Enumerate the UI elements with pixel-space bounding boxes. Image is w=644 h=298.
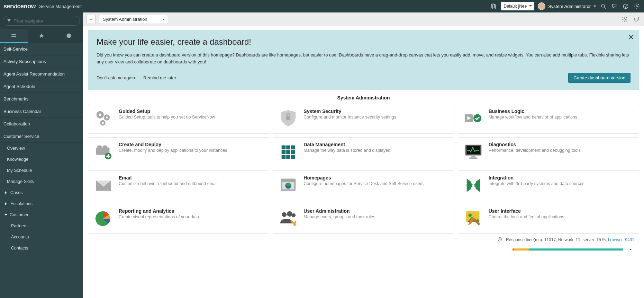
create-dashboard-button[interactable]: Create dashboard version: [568, 73, 631, 83]
card-desc: Guided Setup tools to help you set up Se…: [119, 115, 215, 120]
brand-logo: servicenow: [3, 3, 36, 10]
app-header: servicenow Service Management Default [N…: [0, 0, 644, 12]
banner-title: Make your life easier, create a dashboar…: [97, 37, 631, 47]
filter-navigator-input[interactable]: [13, 18, 76, 24]
update-set-icon[interactable]: [490, 2, 497, 10]
nav-item[interactable]: Business Calendar: [0, 105, 83, 118]
nav-item[interactable]: Customer Service: [0, 130, 83, 143]
card-title: User Administration: [303, 208, 375, 214]
admin-card[interactable]: Create and DeployCreate, modify and depl…: [88, 137, 269, 167]
svg-point-46: [287, 211, 292, 217]
admin-card[interactable]: Reporting and AnalyticsCreate visual rep…: [88, 204, 269, 234]
chat-icon[interactable]: [611, 2, 618, 10]
homepage-settings-icon[interactable]: [620, 15, 629, 24]
admin-card[interactable]: HomepagesConfigure homepages for Service…: [273, 170, 454, 200]
nav-item[interactable]: Benchmarks: [0, 93, 83, 105]
nav-expandable-label: Cases: [10, 190, 22, 195]
card-title: Business Logic: [489, 108, 577, 114]
admin-card[interactable]: User AdministrationManage users, groups …: [273, 204, 454, 234]
nav-item[interactable]: Activity Subscriptions: [0, 55, 83, 68]
response-expand-button[interactable]: [627, 246, 634, 253]
filter-navigator[interactable]: [3, 16, 80, 26]
card-desc: Control the look and feel of application…: [489, 214, 564, 219]
nav-item[interactable]: Agent Schedule: [0, 80, 83, 93]
settings-icon[interactable]: [633, 2, 641, 10]
svg-rect-36: [291, 155, 295, 159]
nav-subitem[interactable]: Overview: [0, 143, 83, 154]
svg-point-18: [106, 116, 108, 119]
monitor-icon: [463, 142, 484, 161]
shield-icon: [278, 108, 299, 128]
nav-subitem[interactable]: Partners: [0, 220, 83, 231]
nav-item[interactable]: Agent Assist Recommendation: [0, 68, 83, 80]
card-desc: Manage users, groups and their roles: [303, 214, 375, 219]
homepage-select[interactable]: System Administration: [99, 15, 168, 24]
card-body: HomepagesConfigure homepages for Service…: [303, 175, 424, 196]
caret-down-icon: [593, 6, 596, 8]
nav-subitem[interactable]: Manage Skills: [0, 176, 83, 187]
svg-point-20: [102, 122, 104, 124]
card-grid: Guided SetupGuided Setup tools to help y…: [88, 104, 639, 234]
svg-point-16: [99, 113, 101, 116]
svg-point-2: [601, 4, 605, 7]
help-icon[interactable]: [622, 2, 629, 10]
svg-rect-7: [11, 34, 16, 35]
nav-expandable[interactable]: Cases: [0, 187, 83, 198]
stopwatch-icon: [497, 236, 502, 243]
user-menu[interactable]: System Administrator: [538, 2, 596, 10]
admin-card[interactable]: Data ManagementManage the way data is st…: [273, 137, 454, 167]
nav-expandable[interactable]: Escalations: [0, 198, 83, 209]
gears-icon: [93, 108, 114, 128]
add-content-button[interactable]: [87, 15, 96, 24]
card-desc: Integrate with 3rd-party systems and dat…: [489, 181, 584, 186]
users-icon: [278, 208, 299, 228]
tab-history[interactable]: [55, 29, 83, 43]
application-scope-select[interactable]: Default [Nee: [501, 2, 534, 10]
arrows-icon: [463, 175, 484, 194]
admin-card[interactable]: User InterfaceControl the look and feel …: [458, 204, 639, 234]
refresh-icon[interactable]: [632, 15, 641, 24]
chevron-right-icon: [5, 191, 8, 194]
dont-ask-link[interactable]: Don't ask me again: [97, 75, 135, 80]
mail-icon: [93, 175, 114, 194]
remind-later-link[interactable]: Remind me later: [143, 75, 176, 80]
card-body: Guided SetupGuided Setup tools to help y…: [119, 108, 215, 129]
filter-icon: [7, 18, 11, 23]
chevron-down-icon: [4, 214, 8, 217]
pie-icon: [93, 208, 114, 228]
card-title: Create and Deploy: [119, 142, 227, 147]
svg-rect-34: [282, 155, 286, 159]
admin-card[interactable]: Guided SetupGuided Setup tools to help y…: [88, 104, 269, 134]
svg-point-6: [636, 6, 638, 7]
nav-item[interactable]: Collaboration: [0, 118, 83, 130]
admin-card[interactable]: IntegrationIntegrate with 3rd-party syst…: [458, 170, 639, 200]
admin-card[interactable]: EmailCustomize behavior of inbound and o…: [88, 170, 269, 200]
card-body: Reporting and AnalyticsCreate visual rep…: [119, 208, 199, 229]
nav-expandable-label: Customer: [10, 212, 28, 217]
admin-card[interactable]: Business LogicManage workflow and behavi…: [458, 104, 639, 134]
admin-card[interactable]: System SecurityConfigure and monitor Ins…: [273, 104, 454, 134]
nav-subitem[interactable]: My Schedule: [0, 165, 83, 176]
nav-subitem[interactable]: Accounts: [0, 231, 83, 243]
svg-rect-33: [291, 150, 295, 154]
admin-card[interactable]: DiagnosticsPerformance, development and …: [458, 137, 639, 167]
svg-rect-32: [287, 150, 291, 154]
nav-subitem[interactable]: Knowledge: [0, 154, 83, 165]
paint-icon: [463, 208, 484, 228]
card-body: Business LogicManage workflow and behavi…: [489, 108, 577, 129]
nav-subitem[interactable]: Contacts: [0, 243, 83, 254]
search-icon[interactable]: [600, 2, 607, 10]
card-desc: Performance, development and debugging t…: [489, 148, 581, 153]
card-title: Homepages: [303, 175, 424, 181]
card-body: Data ManagementManage the way data is st…: [303, 142, 390, 163]
nav-item[interactable]: Self-Service: [0, 43, 83, 55]
card-desc: Create visual representations of your da…: [119, 214, 199, 219]
tab-all-applications[interactable]: [0, 29, 28, 43]
tab-favorites[interactable]: [28, 29, 55, 43]
nav-expandable[interactable]: Customer: [0, 209, 83, 220]
card-body: EmailCustomize behavior of inbound and o…: [119, 175, 218, 196]
content-toolbar: System Administration: [83, 12, 644, 26]
banner-close-icon[interactable]: [628, 34, 635, 42]
grid-icon: [278, 142, 299, 161]
svg-rect-40: [469, 157, 477, 159]
